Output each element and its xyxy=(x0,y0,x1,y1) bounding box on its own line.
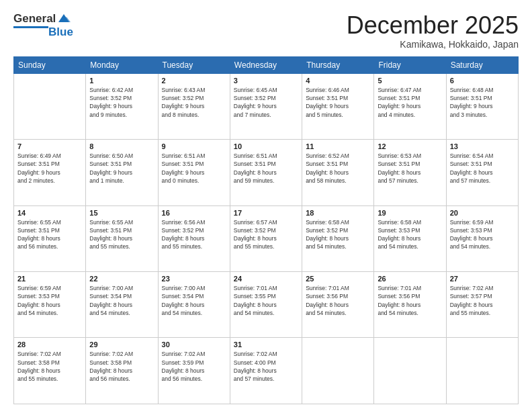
weekday-header-friday: Friday xyxy=(374,56,446,73)
page: General Blue December 2025 Kamikawa, Hok… xyxy=(0,0,532,411)
calendar-cell: 6Sunrise: 6:48 AM Sunset: 3:51 PM Daylig… xyxy=(446,73,518,139)
calendar-cell: 26Sunrise: 7:01 AM Sunset: 3:56 PM Dayli… xyxy=(374,272,446,338)
day-detail: Sunrise: 6:58 AM Sunset: 3:52 PM Dayligh… xyxy=(306,218,370,251)
calendar-cell xyxy=(302,338,374,404)
weekday-header-monday: Monday xyxy=(86,56,158,73)
day-number: 14 xyxy=(17,209,82,217)
day-number: 15 xyxy=(89,209,154,217)
day-number: 12 xyxy=(378,142,442,150)
header: General Blue December 2025 Kamikawa, Hok… xyxy=(13,12,519,50)
day-number: 13 xyxy=(450,142,515,150)
day-detail: Sunrise: 6:46 AM Sunset: 3:51 PM Dayligh… xyxy=(306,86,370,119)
day-detail: Sunrise: 6:49 AM Sunset: 3:51 PM Dayligh… xyxy=(17,152,82,185)
day-detail: Sunrise: 6:51 AM Sunset: 3:51 PM Dayligh… xyxy=(162,152,226,185)
day-number: 23 xyxy=(162,275,226,283)
day-detail: Sunrise: 6:51 AM Sunset: 3:51 PM Dayligh… xyxy=(234,152,298,185)
day-detail: Sunrise: 6:42 AM Sunset: 3:52 PM Dayligh… xyxy=(89,86,154,119)
day-detail: Sunrise: 7:02 AM Sunset: 4:00 PM Dayligh… xyxy=(234,350,298,383)
calendar-cell: 16Sunrise: 6:56 AM Sunset: 3:52 PM Dayli… xyxy=(158,205,230,271)
calendar-cell: 31Sunrise: 7:02 AM Sunset: 4:00 PM Dayli… xyxy=(230,338,302,404)
weekday-header-sunday: Sunday xyxy=(14,56,86,73)
calendar-cell: 2Sunrise: 6:43 AM Sunset: 3:52 PM Daylig… xyxy=(158,73,230,139)
day-detail: Sunrise: 7:02 AM Sunset: 3:58 PM Dayligh… xyxy=(17,350,82,383)
weekday-header-tuesday: Tuesday xyxy=(158,56,230,73)
day-number: 20 xyxy=(450,209,515,217)
calendar-cell: 17Sunrise: 6:57 AM Sunset: 3:52 PM Dayli… xyxy=(230,205,302,271)
calendar-cell: 9Sunrise: 6:51 AM Sunset: 3:51 PM Daylig… xyxy=(158,140,230,205)
logo-general-text: General xyxy=(13,12,56,26)
calendar-cell: 25Sunrise: 7:01 AM Sunset: 3:56 PM Dayli… xyxy=(302,272,374,338)
calendar-cell: 4Sunrise: 6:46 AM Sunset: 3:51 PM Daylig… xyxy=(302,73,374,139)
day-detail: Sunrise: 7:00 AM Sunset: 3:54 PM Dayligh… xyxy=(162,284,226,317)
weekday-header-wednesday: Wednesday xyxy=(230,56,302,73)
day-detail: Sunrise: 6:50 AM Sunset: 3:51 PM Dayligh… xyxy=(89,152,154,185)
day-number: 28 xyxy=(17,340,82,349)
week-row-1: 7Sunrise: 6:49 AM Sunset: 3:51 PM Daylig… xyxy=(14,140,519,205)
weekday-header-thursday: Thursday xyxy=(302,56,374,73)
day-number: 27 xyxy=(450,275,515,283)
calendar-cell: 7Sunrise: 6:49 AM Sunset: 3:51 PM Daylig… xyxy=(14,140,86,205)
day-detail: Sunrise: 6:59 AM Sunset: 3:53 PM Dayligh… xyxy=(17,284,82,317)
day-number: 9 xyxy=(162,142,226,150)
calendar-cell: 20Sunrise: 6:59 AM Sunset: 3:53 PM Dayli… xyxy=(446,205,518,271)
calendar-cell: 29Sunrise: 7:02 AM Sunset: 3:58 PM Dayli… xyxy=(86,338,158,404)
day-detail: Sunrise: 6:47 AM Sunset: 3:51 PM Dayligh… xyxy=(378,86,442,119)
day-number: 25 xyxy=(306,275,370,283)
calendar-cell: 11Sunrise: 6:52 AM Sunset: 3:51 PM Dayli… xyxy=(302,140,374,205)
logo: General Blue xyxy=(13,12,73,39)
week-row-3: 21Sunrise: 6:59 AM Sunset: 3:53 PM Dayli… xyxy=(14,272,519,338)
day-detail: Sunrise: 6:45 AM Sunset: 3:52 PM Dayligh… xyxy=(234,86,298,119)
day-number: 24 xyxy=(234,275,298,283)
day-number: 18 xyxy=(306,209,370,217)
day-detail: Sunrise: 7:00 AM Sunset: 3:54 PM Dayligh… xyxy=(89,284,154,317)
day-number: 30 xyxy=(162,340,226,349)
day-number: 3 xyxy=(234,77,298,85)
day-number: 10 xyxy=(234,142,298,150)
day-number: 19 xyxy=(378,209,442,217)
day-detail: Sunrise: 6:55 AM Sunset: 3:51 PM Dayligh… xyxy=(17,218,82,251)
day-detail: Sunrise: 7:02 AM Sunset: 3:57 PM Dayligh… xyxy=(450,284,515,317)
calendar-cell: 8Sunrise: 6:50 AM Sunset: 3:51 PM Daylig… xyxy=(86,140,158,205)
calendar-cell: 5Sunrise: 6:47 AM Sunset: 3:51 PM Daylig… xyxy=(374,73,446,139)
day-detail: Sunrise: 6:48 AM Sunset: 3:51 PM Dayligh… xyxy=(450,86,515,119)
day-number: 8 xyxy=(89,142,154,150)
day-number: 26 xyxy=(378,275,442,283)
day-number: 21 xyxy=(17,275,82,283)
calendar-cell: 30Sunrise: 7:02 AM Sunset: 3:59 PM Dayli… xyxy=(158,338,230,404)
day-detail: Sunrise: 6:52 AM Sunset: 3:51 PM Dayligh… xyxy=(306,152,370,185)
week-row-0: 1Sunrise: 6:42 AM Sunset: 3:52 PM Daylig… xyxy=(14,73,519,139)
title-block: December 2025 Kamikawa, Hokkaido, Japan xyxy=(347,12,519,50)
calendar-cell: 10Sunrise: 6:51 AM Sunset: 3:51 PM Dayli… xyxy=(230,140,302,205)
day-number: 29 xyxy=(89,340,154,349)
day-detail: Sunrise: 6:56 AM Sunset: 3:52 PM Dayligh… xyxy=(162,218,226,251)
day-number: 5 xyxy=(378,77,442,85)
day-number: 22 xyxy=(89,275,154,283)
calendar-cell: 21Sunrise: 6:59 AM Sunset: 3:53 PM Dayli… xyxy=(14,272,86,338)
calendar-cell: 12Sunrise: 6:53 AM Sunset: 3:51 PM Dayli… xyxy=(374,140,446,205)
calendar-cell: 13Sunrise: 6:54 AM Sunset: 3:51 PM Dayli… xyxy=(446,140,518,205)
day-detail: Sunrise: 6:43 AM Sunset: 3:52 PM Dayligh… xyxy=(162,86,226,119)
calendar-cell: 19Sunrise: 6:58 AM Sunset: 3:53 PM Dayli… xyxy=(374,205,446,271)
calendar-cell: 24Sunrise: 7:01 AM Sunset: 3:55 PM Dayli… xyxy=(230,272,302,338)
logo-blue-text: Blue xyxy=(48,26,73,39)
calendar-table: SundayMondayTuesdayWednesdayThursdayFrid… xyxy=(13,56,519,404)
day-detail: Sunrise: 7:01 AM Sunset: 3:56 PM Dayligh… xyxy=(378,284,442,317)
day-detail: Sunrise: 7:01 AM Sunset: 3:56 PM Dayligh… xyxy=(306,284,370,317)
calendar-cell xyxy=(446,338,518,404)
day-detail: Sunrise: 6:58 AM Sunset: 3:53 PM Dayligh… xyxy=(378,218,442,251)
day-detail: Sunrise: 7:01 AM Sunset: 3:55 PM Dayligh… xyxy=(234,284,298,317)
day-number: 1 xyxy=(89,77,154,85)
day-detail: Sunrise: 6:55 AM Sunset: 3:51 PM Dayligh… xyxy=(89,218,154,251)
day-detail: Sunrise: 7:02 AM Sunset: 3:58 PM Dayligh… xyxy=(89,350,154,383)
month-title: December 2025 xyxy=(347,12,519,39)
weekday-header-saturday: Saturday xyxy=(446,56,518,73)
day-number: 2 xyxy=(162,77,226,85)
day-number: 7 xyxy=(17,142,82,150)
day-number: 16 xyxy=(162,209,226,217)
calendar-cell: 1Sunrise: 6:42 AM Sunset: 3:52 PM Daylig… xyxy=(86,73,158,139)
day-detail: Sunrise: 7:02 AM Sunset: 3:59 PM Dayligh… xyxy=(162,350,226,383)
calendar-cell: 28Sunrise: 7:02 AM Sunset: 3:58 PM Dayli… xyxy=(14,338,86,404)
calendar-cell xyxy=(374,338,446,404)
day-number: 31 xyxy=(234,340,298,349)
day-number: 11 xyxy=(306,142,370,150)
